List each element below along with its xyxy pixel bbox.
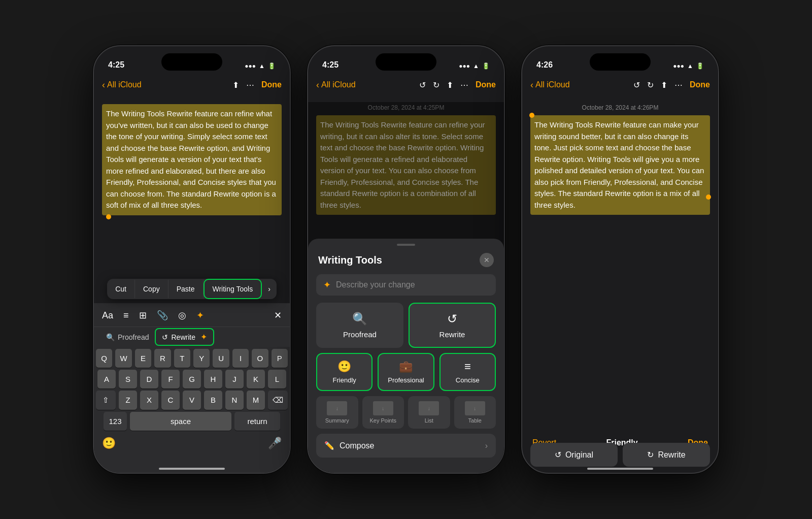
key-b[interactable]: B [204,391,222,410]
nav-back-2[interactable]: ‹ All iCloud [316,80,356,90]
key-row-3: ⇧ Z X C V B N M ⌫ [94,388,290,410]
wt-rewrite-1[interactable]: ↺ Rewrite ✦ [155,328,214,346]
nav-done-3[interactable]: Done [690,80,710,89]
key-a[interactable]: A [97,370,116,388]
key-y[interactable]: Y [193,349,210,368]
sheet-table-btn[interactable]: ↓ Table [454,396,496,429]
key-z[interactable]: Z [119,391,137,410]
key-h[interactable]: H [204,370,222,388]
key-del[interactable]: ⌫ [268,391,288,410]
paste-btn-1[interactable]: Paste [168,280,204,298]
key-r[interactable]: R [154,349,171,368]
key-k[interactable]: K [247,370,265,388]
key-u[interactable]: U [213,349,229,368]
key-v[interactable]: V [183,391,201,410]
more-icon-3[interactable]: ⋯ [674,80,683,90]
sheet-concise-btn[interactable]: ≡ Concise [439,353,496,391]
format-icon-1[interactable]: ◎ [178,310,186,321]
writing-tools-btn-1[interactable]: Writing Tools [204,279,262,299]
key-c[interactable]: C [161,391,180,410]
key-i[interactable]: I [232,349,249,368]
key-123[interactable]: 123 [104,412,127,431]
key-j[interactable]: J [225,370,244,388]
nav-bar-1: ‹ All iCloud ⬆ ⋯ Done [94,74,290,96]
kb-right-1: ✕ [274,310,282,321]
ctx-more-1[interactable]: › [262,280,277,298]
attach-icon-1[interactable]: 📎 [157,310,168,321]
sheet-search[interactable]: ✦ Describe your change [316,274,496,296]
sheet-title: Writing Tools [318,254,382,266]
key-space[interactable]: space [130,412,231,431]
status-icons-2: ●●● ▲ 🔋 [459,62,490,70]
sheet-list-btn[interactable]: ↓ List [408,396,450,429]
nav-back-1[interactable]: ‹ All iCloud [102,80,142,90]
nav-done-2[interactable]: Done [476,80,496,89]
cut-btn-1[interactable]: Cut [107,280,135,298]
mic-icon-1[interactable]: 🎤 [268,437,282,450]
undo-icon-3[interactable]: ↺ [633,80,640,90]
aa-icon-1[interactable]: Aa [102,310,113,321]
key-l[interactable]: L [268,370,286,388]
share-icon-2[interactable]: ⬆ [447,80,453,90]
sheet-professional-btn[interactable]: 💼 Professional [378,353,434,391]
more-icon-1[interactable]: ⋯ [246,80,254,90]
sheet-rewrite-btn[interactable]: ↺ Rewrite [409,303,496,348]
sheet-proofread-btn[interactable]: 🔍 Proofread [316,303,403,348]
sheet-friendly-btn[interactable]: 🙂 Friendly [316,353,373,391]
key-f[interactable]: F [161,370,180,388]
grid-icon-1[interactable]: ⊞ [139,310,147,321]
key-g[interactable]: G [183,370,201,388]
note-date-3: October 28, 2024 at 4:26PM [522,102,718,115]
sheet-keypoints-btn[interactable]: ↓ Key Points [362,396,404,429]
share-icon-1[interactable]: ⬆ [232,80,239,90]
keypoints-label: Key Points [369,417,396,424]
sheet-close-btn[interactable]: ✕ [480,253,494,267]
apple-icon-1[interactable]: ✦ [196,310,204,321]
key-x[interactable]: X [140,391,158,410]
copy-btn-1[interactable]: Copy [135,280,168,298]
time-3: 4:26 [536,60,553,70]
kb-close-icon-1[interactable]: ✕ [274,310,282,320]
key-p[interactable]: P [272,349,288,368]
key-e[interactable]: E [135,349,151,368]
wt-proofread-1[interactable]: 🔍 Proofread [100,330,155,344]
sheet-summary-btn[interactable]: ↓ Summary [316,396,358,429]
kb-left-1: Aa ≡ ⊞ 📎 ◎ ✦ [102,310,204,321]
undo-icon-2[interactable]: ↺ [419,80,426,90]
sheet-grid-main: 🔍 Proofread ↺ Rewrite [308,303,504,348]
key-w[interactable]: W [115,349,131,368]
key-s[interactable]: S [119,370,137,388]
key-t[interactable]: T [174,349,190,368]
key-d[interactable]: D [140,370,158,388]
back-arrow-2: ‹ [316,80,319,90]
redo-icon-2[interactable]: ↻ [433,80,439,90]
status-icons-3: ●●● ▲ 🔋 [673,62,704,70]
key-o[interactable]: O [252,349,268,368]
rewrite-sheet-label: Rewrite [439,330,465,339]
redo-icon-3[interactable]: ↻ [647,80,654,90]
more-icon-2[interactable]: ⋯ [460,80,468,90]
nav-back-3[interactable]: ‹ All iCloud [530,80,570,90]
share-icon-3[interactable]: ⬆ [661,80,667,90]
compose-pencil-icon: ✏️ [324,441,334,450]
wt-row-1: 🔍 Proofread ↺ Rewrite ✦ [94,327,290,347]
key-return[interactable]: return [234,412,280,431]
key-n[interactable]: N [225,391,244,410]
key-row-4: 123 space return [94,410,290,435]
concise-icon: ≡ [464,360,471,373]
key-m[interactable]: M [247,391,265,410]
nav-done-1[interactable]: Done [261,80,282,89]
p3-original-btn[interactable]: ↺ Original [530,443,618,467]
note-highlight-wrapper-3: The Writing Tools Rewrite feature can ma… [522,115,718,215]
compose-row[interactable]: ✏️ Compose › [316,434,496,458]
signal-icon-3: ●●● [673,62,684,70]
key-shift[interactable]: ⇧ [96,391,116,410]
nav-actions-2: ↺ ↻ ⬆ ⋯ Done [419,80,496,90]
sheet-search-icon: ✦ [323,279,331,290]
list-icon-1[interactable]: ≡ [123,310,129,321]
p3-rewrite-btn[interactable]: ↻ Rewrite [623,443,710,467]
key-q[interactable]: Q [96,349,112,368]
emoji-icon-1[interactable]: 🙂 [102,437,116,450]
phone-1: 4:25 ●●● ▲ 🔋 ‹ All iCloud ⬆ ⋯ Done The W… [93,45,291,474]
search-icon-1: 🔍 [106,333,115,341]
